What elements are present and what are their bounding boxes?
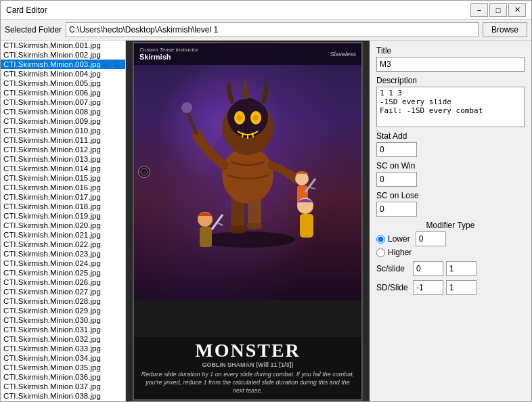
sc-slide-row: Sc/slide bbox=[376, 261, 525, 276]
list-item[interactable]: CTI.Skirmish.Minion.015.jpg bbox=[1, 173, 125, 183]
list-item[interactable]: CTI.Skirmish.Minion.038.jpg bbox=[1, 391, 125, 401]
sc-lose-input[interactable] bbox=[376, 202, 417, 217]
monster-subtitle: GOBLIN SHAMAN (Will 11 [1/3]) bbox=[139, 361, 356, 368]
card-art: Custom Tease Instructor Skirmish Slavele… bbox=[134, 43, 361, 300]
browse-button[interactable]: Browse bbox=[483, 22, 527, 37]
card-subtitle: Custom Tease Instructor bbox=[139, 47, 198, 53]
list-item[interactable]: CTI.Skirmish.Minion.033.jpg bbox=[1, 344, 125, 353]
list-item[interactable]: CTI.Skirmish.Minion.009.jpg bbox=[1, 116, 125, 126]
list-item[interactable]: CTI.Skirmish.Minion.012.jpg bbox=[1, 145, 125, 154]
svg-rect-30 bbox=[200, 227, 212, 247]
list-item[interactable]: CTI.Skirmish.Minion.010.jpg bbox=[1, 126, 125, 135]
svg-line-31 bbox=[212, 215, 223, 229]
list-item[interactable]: CTI.Skirmish.Minion.008.jpg bbox=[1, 107, 125, 116]
list-item[interactable]: CTI.Skirmish.Minion.023.jpg bbox=[1, 249, 125, 259]
svg-point-8 bbox=[222, 147, 273, 204]
list-item[interactable]: CTI.Skirmish.Minion.030.jpg bbox=[1, 315, 125, 325]
list-item[interactable]: CTI.Skirmish.Minion.039.jpg bbox=[1, 401, 125, 401]
list-item[interactable]: CTI.Skirmish.Minion.016.jpg bbox=[1, 183, 125, 192]
list-item[interactable]: CTI.Skirmish.Minion.005.jpg bbox=[1, 79, 125, 88]
list-item[interactable]: CTI.Skirmish.Minion.019.jpg bbox=[1, 211, 125, 221]
close-button[interactable]: ✕ bbox=[508, 3, 526, 17]
sd-slide-input-1[interactable] bbox=[413, 280, 443, 295]
modifier-higher-label: Higher bbox=[388, 248, 412, 257]
sd-slide-label: SD/Slide bbox=[376, 283, 410, 292]
modifier-higher-radio[interactable] bbox=[376, 248, 385, 257]
folder-label: Selected Folder bbox=[5, 25, 62, 35]
file-list-container: CTI.Skirmish.Minion.001.jpgCTI.Skirmish.… bbox=[1, 41, 126, 401]
modifier-lower-row: Lower bbox=[376, 231, 525, 246]
list-item[interactable]: CTI.Skirmish.Minion.003.jpg bbox=[1, 60, 125, 69]
list-item[interactable]: CTI.Skirmish.Minion.002.jpg bbox=[1, 50, 125, 60]
window-title: Card Editor bbox=[6, 5, 47, 15]
list-item[interactable]: CTI.Skirmish.Minion.035.jpg bbox=[1, 363, 125, 372]
file-list[interactable]: CTI.Skirmish.Minion.001.jpgCTI.Skirmish.… bbox=[1, 41, 125, 401]
sd-slide-input-2[interactable] bbox=[446, 280, 476, 295]
title-bar: Card Editor − □ ✕ bbox=[1, 1, 531, 20]
svg-line-20 bbox=[242, 133, 243, 137]
list-item[interactable]: CTI.Skirmish.Minion.028.jpg bbox=[1, 296, 125, 306]
svg-point-2 bbox=[200, 231, 295, 248]
folder-path-input[interactable] bbox=[66, 22, 479, 37]
description-field-group: Description bbox=[376, 76, 525, 127]
list-item[interactable]: CTI.Skirmish.Minion.034.jpg bbox=[1, 353, 125, 363]
list-item[interactable]: CTI.Skirmish.Minion.032.jpg bbox=[1, 334, 125, 344]
card-preview: Custom Tease Instructor Skirmish Slavele… bbox=[126, 41, 370, 401]
modifier-lower-label: Lower bbox=[388, 234, 410, 244]
svg-line-32 bbox=[217, 223, 223, 225]
stat-add-input[interactable] bbox=[376, 142, 417, 157]
right-panel: Title Description Stat Add SC on Win SC … bbox=[370, 41, 531, 401]
modifier-lower-radio[interactable] bbox=[376, 235, 385, 244]
minimize-button[interactable]: − bbox=[470, 3, 488, 17]
list-item[interactable]: CTI.Skirmish.Minion.004.jpg bbox=[1, 69, 125, 79]
list-item[interactable]: CTI.Skirmish.Minion.020.jpg bbox=[1, 221, 125, 230]
monster-title: MONSTER bbox=[139, 341, 356, 360]
list-item[interactable]: CTI.Skirmish.Minion.014.jpg bbox=[1, 164, 125, 173]
card-bottom: MONSTER GOBLIN SHAMAN (Will 11 [1/3]) Re… bbox=[134, 337, 361, 399]
card-left-icon: ♂ bbox=[138, 166, 150, 178]
svg-line-22 bbox=[252, 133, 253, 137]
title-label: Title bbox=[376, 46, 525, 55]
svg-text:♂: ♂ bbox=[142, 170, 146, 175]
modifier-higher-row: Higher bbox=[376, 248, 525, 257]
svg-rect-28 bbox=[300, 214, 313, 238]
modifier-lower-input[interactable] bbox=[416, 231, 446, 246]
modifier-type-label: Modifier Type bbox=[376, 221, 525, 230]
sc-slide-input-1[interactable] bbox=[413, 261, 443, 276]
sc-slide-label: Sc/slide bbox=[376, 264, 410, 273]
list-item[interactable]: CTI.Skirmish.Minion.022.jpg bbox=[1, 240, 125, 249]
sc-slide-input-2[interactable] bbox=[446, 261, 476, 276]
svg-line-9 bbox=[187, 111, 197, 135]
sc-win-input[interactable] bbox=[376, 172, 417, 187]
list-item[interactable]: CTI.Skirmish.Minion.017.jpg bbox=[1, 192, 125, 202]
card-image-area: Custom Tease Instructor Skirmish Slavele… bbox=[133, 42, 363, 401]
sd-slide-row: SD/Slide bbox=[376, 280, 525, 295]
list-item[interactable]: CTI.Skirmish.Minion.021.jpg bbox=[1, 230, 125, 240]
list-item[interactable]: CTI.Skirmish.Minion.031.jpg bbox=[1, 325, 125, 334]
list-item[interactable]: CTI.Skirmish.Minion.007.jpg bbox=[1, 97, 125, 107]
sc-win-field-group: SC on Win bbox=[376, 161, 525, 187]
title-input[interactable] bbox=[376, 57, 525, 72]
list-item[interactable]: CTI.Skirmish.Minion.001.jpg bbox=[1, 41, 125, 50]
description-textarea[interactable] bbox=[376, 87, 525, 127]
list-item[interactable]: CTI.Skirmish.Minion.029.jpg bbox=[1, 306, 125, 315]
maximize-button[interactable]: □ bbox=[489, 3, 507, 17]
list-item[interactable]: CTI.Skirmish.Minion.026.jpg bbox=[1, 277, 125, 287]
list-item[interactable]: CTI.Skirmish.Minion.024.jpg bbox=[1, 259, 125, 268]
list-item[interactable]: CTI.Skirmish.Minion.018.jpg bbox=[1, 202, 125, 211]
svg-point-19 bbox=[253, 115, 259, 120]
stat-add-label: Stat Add bbox=[376, 131, 525, 141]
modifier-section: Modifier Type Lower Higher bbox=[376, 221, 525, 257]
svg-point-6 bbox=[228, 225, 247, 233]
goblin-figure bbox=[170, 60, 326, 250]
list-item[interactable]: CTI.Skirmish.Minion.037.jpg bbox=[1, 382, 125, 391]
svg-point-7 bbox=[246, 223, 263, 229]
window-controls: − □ ✕ bbox=[470, 3, 526, 17]
list-item[interactable]: CTI.Skirmish.Minion.036.jpg bbox=[1, 372, 125, 382]
list-item[interactable]: CTI.Skirmish.Minion.025.jpg bbox=[1, 268, 125, 277]
stat-add-field-group: Stat Add bbox=[376, 131, 525, 157]
list-item[interactable]: CTI.Skirmish.Minion.027.jpg bbox=[1, 287, 125, 296]
list-item[interactable]: CTI.Skirmish.Minion.006.jpg bbox=[1, 88, 125, 97]
list-item[interactable]: CTI.Skirmish.Minion.013.jpg bbox=[1, 154, 125, 164]
list-item[interactable]: CTI.Skirmish.Minion.011.jpg bbox=[1, 135, 125, 145]
